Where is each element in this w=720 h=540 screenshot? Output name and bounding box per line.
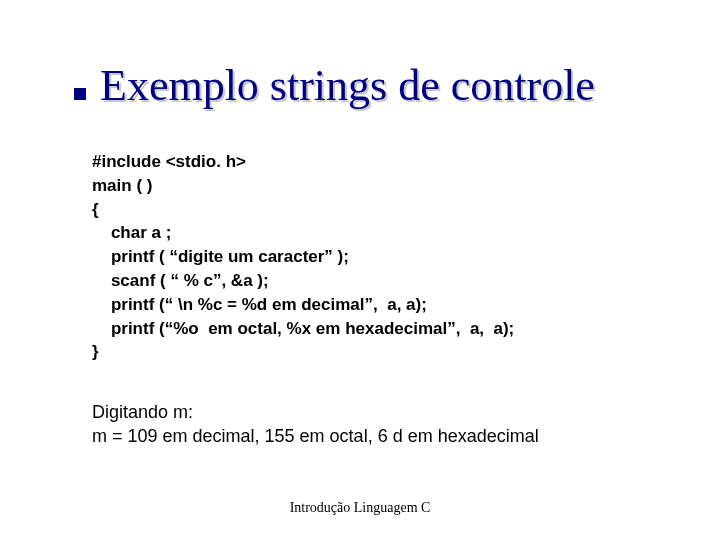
code-line: scanf ( “ % c”, &a );: [92, 271, 269, 290]
slide-title: Exemplo strings de controle Exemplo stri…: [100, 60, 595, 111]
slide-footer: Introdução Linguagem C: [0, 500, 720, 516]
code-line: main ( ): [92, 176, 152, 195]
title-bullet-icon: [74, 88, 86, 100]
code-line: #include <stdio. h>: [92, 152, 246, 171]
code-line: printf (“ \n %c = %d em decimal”, a, a);: [92, 295, 427, 314]
code-line: printf ( “digite um caracter” );: [92, 247, 349, 266]
slide-title-wrap: Exemplo strings de controle Exemplo stri…: [100, 60, 680, 111]
code-line: char a ;: [92, 223, 171, 242]
result-line: Digitando m:: [92, 400, 670, 424]
code-block: #include <stdio. h> main ( ) { char a ; …: [92, 150, 660, 364]
code-line: {: [92, 200, 99, 219]
result-block: Digitando m: m = 109 em decimal, 155 em …: [92, 400, 670, 449]
code-line: }: [92, 342, 99, 361]
slide: Exemplo strings de controle Exemplo stri…: [0, 0, 720, 540]
slide-title-text: Exemplo strings de controle: [100, 61, 595, 110]
result-line: m = 109 em decimal, 155 em octal, 6 d em…: [92, 424, 670, 448]
code-line: printf (“%o em octal, %x em hexadecimal”…: [92, 319, 514, 338]
